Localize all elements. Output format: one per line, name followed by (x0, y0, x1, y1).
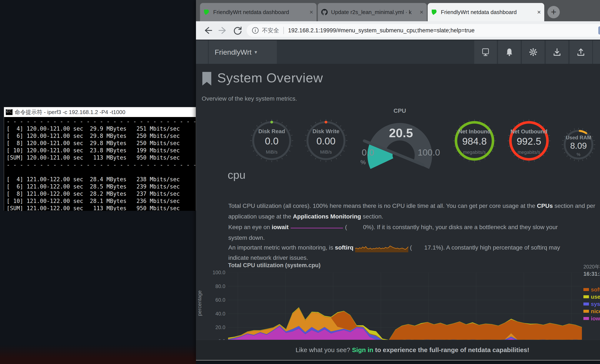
tab-title: Update r2s_lean_minimal.yml · k (331, 9, 417, 16)
legend-item[interactable]: system (583, 300, 600, 308)
netdata-icon (203, 9, 210, 15)
url-text[interactable]: 192.168.2.1:19999/#menu_system_submenu_c… (288, 27, 475, 34)
terminal-line: [ 6] 120.00-121.00 sec 29.8 MBytes 250 M… (7, 132, 196, 140)
browser-toolbar: 不安全 192.168.2.1:19999/#menu_system_subme… (196, 21, 600, 40)
clipped-toolbar-icon[interactable] (598, 26, 600, 35)
gauge-unit: % (561, 152, 596, 157)
terminal-line (7, 168, 196, 176)
netdata-page: FriendlyWrt ▾ (196, 40, 600, 360)
signin-banner: Like what you see? Sign in to experience… (196, 340, 600, 360)
gauge-net-outbound[interactable]: Net Outbound 992.5 megabits/s (507, 119, 551, 163)
gauge-used-ram[interactable]: Used RAM 8.09 % (561, 127, 596, 162)
desktop-wallpaper-band (0, 345, 196, 364)
gauge-cpu[interactable]: CPU 20.5 0.0 100.0 % (360, 107, 440, 169)
terminal-line: [ 8] 121.00-122.00 sec 28.2 MBytes 237 M… (7, 190, 196, 197)
browser-window: FriendlyWrt netdata dashboard × Update r… (196, 0, 600, 361)
security-label[interactable]: 不安全 (262, 27, 279, 34)
legend-swatch (583, 288, 589, 291)
cpu-utilization-chart[interactable] (228, 272, 582, 341)
tab-close-icon[interactable]: × (537, 9, 541, 16)
legend-label: softirq (591, 286, 600, 293)
legend-swatch (583, 317, 589, 320)
gauge-unit: megabits/s (507, 149, 551, 155)
gauge-unit: megabits/s (452, 149, 496, 155)
gauge-label: Disk Write (304, 128, 348, 135)
gauge-max: 100.0 (418, 148, 440, 158)
legend-label: nice (591, 308, 600, 315)
chart-time: 16:31:25 (583, 271, 600, 277)
cpu-description-line: indicate network driver issues. (228, 254, 308, 261)
inline-sparkline (355, 244, 408, 252)
gauge-unit: MiB/s (250, 149, 294, 155)
netdata-header: FriendlyWrt ▾ (196, 40, 600, 64)
tab-github[interactable]: Update r2s_lean_minimal.yml · k × (318, 3, 427, 21)
upload-icon (576, 47, 586, 57)
forward-icon[interactable] (217, 25, 228, 36)
page-title: System Overview (217, 70, 323, 85)
screen: 命令提示符 - iperf3 -c 192.168.1.2 -P4 -t1000… (0, 0, 600, 364)
section-heading-cpu[interactable]: cpu (228, 168, 245, 181)
inline-sparkline (290, 226, 343, 229)
legend-label: system (591, 301, 600, 308)
gauge-value: 992.5 (507, 136, 551, 147)
tab-netdata-1[interactable]: FriendlyWrt netdata dashboard × (200, 3, 317, 21)
export-button[interactable] (570, 40, 592, 64)
cpu-description-line: An important metric worth monitoring, is… (228, 244, 560, 252)
gear-icon (528, 47, 538, 57)
chart-ytick: 20.0 (200, 324, 225, 330)
tab-netdata-2-active[interactable]: FriendlyWrt netdata dashboard × (428, 3, 544, 21)
gauge-net-inbound[interactable]: Net Inbound 984.8 megabits/s (452, 119, 496, 163)
monitor-button[interactable] (474, 40, 497, 64)
chart-ytick: 100.0 (200, 270, 225, 276)
github-icon (321, 9, 328, 15)
reload-icon[interactable] (232, 25, 243, 36)
gauge-value: 0.00 (304, 135, 348, 147)
info-icon[interactable] (252, 27, 259, 34)
settings-button[interactable] (522, 40, 544, 64)
back-icon[interactable] (202, 25, 213, 36)
gauge-disk-write[interactable]: Disk Write 0.00 MiB/s (304, 119, 348, 163)
new-tab-button[interactable]: + (547, 6, 560, 18)
omnibox-divider (283, 27, 284, 34)
tab-close-icon[interactable]: × (309, 9, 313, 16)
tab-title: FriendlyWrt netdata dashboard (441, 9, 534, 16)
legend-item[interactable]: iowait (583, 315, 600, 322)
terminal-line: - - - - - - - - - - - - - - - - - - - - … (7, 161, 196, 168)
legend-item[interactable]: softirq (583, 286, 600, 293)
alarms-button[interactable] (498, 40, 521, 64)
terminal-line: [ 8] 120.00-121.00 sec 29.8 MBytes 250 M… (7, 140, 196, 147)
gauge-label: Disk Read (250, 128, 294, 135)
host-selector[interactable]: FriendlyWrt ▾ (209, 40, 277, 64)
gauge-min: 0.0 (362, 148, 374, 158)
bookmark-icon (202, 72, 211, 85)
terminal-output: - - - - - - - - - - - - - - - - - - - - … (4, 117, 196, 211)
chart-title: Total CPU utilization (system.cpu) (228, 262, 321, 269)
gauge-disk-read[interactable]: Disk Read 0.0 MiB/s (250, 119, 294, 163)
terminal-titlebar[interactable]: 命令提示符 - iperf3 -c 192.168.1.2 -P4 -t1000 (4, 107, 196, 117)
terminal-window[interactable]: 命令提示符 - iperf3 -c 192.168.1.2 -P4 -t1000… (4, 107, 196, 211)
legend-item[interactable]: user (583, 293, 600, 300)
terminal-line: [ 6] 121.00-122.00 sec 28.5 MBytes 239 M… (7, 183, 196, 190)
legend-swatch (583, 310, 589, 313)
header-edge-panel (196, 40, 208, 64)
terminal-line: [SUM] 121.00-122.00 sec 113 MBytes 950 M… (7, 205, 196, 211)
gauge-value: 20.5 (389, 126, 413, 140)
monitor-icon (481, 47, 490, 57)
gauge-value: 8.09 (561, 141, 596, 151)
address-bar[interactable]: 不安全 192.168.2.1:19999/#menu_system_subme… (247, 24, 600, 37)
signin-text[interactable]: Like what you see? Sign in to experience… (296, 346, 529, 354)
cpu-description-line: system down. (228, 234, 265, 241)
header-edge-panel-right (593, 40, 600, 64)
terminal-line: [SUM] 120.00-121.00 sec 113 MBytes 950 M… (7, 154, 196, 161)
legend-item[interactable]: nice (583, 308, 600, 315)
gauge-unit: MiB/s (304, 149, 348, 155)
import-button[interactable] (546, 40, 568, 64)
chart-ytick: 40.0 (200, 311, 225, 317)
tab-close-icon[interactable]: × (420, 9, 423, 16)
chart-legend: softirqusersystemniceiowait (583, 286, 600, 322)
cpu-description-line: Total CPU utilization (all cores). 100% … (228, 203, 595, 209)
gauge-value: 0.0 (250, 135, 294, 147)
chart-ytick: 60.0 (200, 297, 225, 303)
chevron-down-icon: ▾ (254, 49, 257, 55)
gauge-unit: % (360, 159, 366, 166)
